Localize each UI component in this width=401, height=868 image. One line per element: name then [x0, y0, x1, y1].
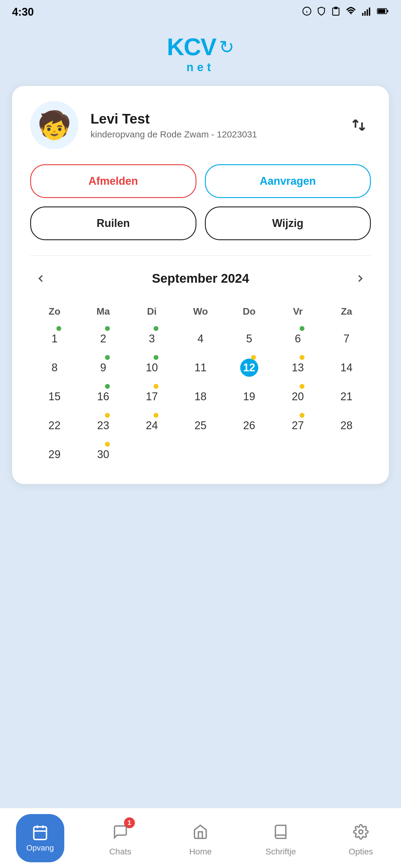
swap-button[interactable]	[347, 113, 371, 137]
calendar: September 2024 Zo Ma Di Wo Do Vr Za 1 2	[30, 268, 371, 469]
cal-day-12[interactable]: 12	[225, 353, 274, 382]
cal-day-17[interactable]: 17	[127, 382, 176, 411]
svg-rect-10	[378, 9, 385, 13]
divider	[30, 255, 371, 256]
bottom-nav: Opvang 1 Chats Home Schriftje	[0, 808, 401, 868]
status-icons	[302, 6, 389, 19]
profile-info: Levi Test kinderopvang de Rode Zwam - 12…	[90, 111, 335, 140]
calendar-header: September 2024	[30, 268, 371, 289]
cal-day-14[interactable]: 14	[322, 353, 371, 382]
nav-opvang[interactable]: Opvang	[0, 814, 80, 862]
battery-icon	[377, 6, 389, 18]
cal-day-22[interactable]: 22	[30, 411, 79, 440]
shield-icon	[316, 6, 326, 18]
calendar-next-button[interactable]	[350, 268, 371, 289]
cal-day-2[interactable]: 2	[79, 324, 127, 353]
afmelden-button[interactable]: Afmelden	[30, 164, 196, 198]
cal-day-25[interactable]: 25	[176, 411, 225, 440]
cal-day-empty-4	[274, 440, 322, 469]
cal-day-6[interactable]: 6	[274, 324, 322, 353]
avatar: 🧒	[30, 101, 79, 149]
calendar-grid: Zo Ma Di Wo Do Vr Za 1 2 3 4	[30, 301, 371, 469]
nav-schriftje-label: Schriftje	[265, 847, 296, 857]
calendar-title: September 2024	[152, 271, 249, 286]
day-header-do: Do	[225, 301, 274, 324]
cal-day-empty-3	[225, 440, 274, 469]
wifi-icon	[345, 6, 356, 19]
gear-icon	[353, 824, 369, 840]
cal-day-21[interactable]: 21	[322, 382, 371, 411]
calendar-prev-button[interactable]	[30, 268, 51, 289]
day-header-za: Za	[322, 301, 371, 324]
status-time: 4:30	[12, 6, 34, 19]
day-header-wo: Wo	[176, 301, 225, 324]
svg-point-16	[359, 830, 363, 834]
nav-opties[interactable]: Opties	[321, 820, 401, 857]
home-icon	[193, 824, 208, 840]
cal-day-26[interactable]: 26	[225, 411, 274, 440]
nav-home[interactable]: Home	[161, 820, 241, 857]
nav-chats-label: Chats	[109, 847, 131, 857]
logo: KCV ↻ net	[167, 33, 234, 74]
cal-day-23[interactable]: 23	[79, 411, 127, 440]
nav-schriftje[interactable]: Schriftje	[240, 820, 321, 857]
wijzig-button[interactable]: Wijzig	[205, 207, 371, 240]
cal-day-24[interactable]: 24	[127, 411, 176, 440]
cal-day-15[interactable]: 15	[30, 382, 79, 411]
signal-icon	[361, 6, 372, 19]
svg-rect-8	[369, 7, 371, 16]
cal-day-13[interactable]: 13	[274, 353, 322, 382]
aanvragen-button[interactable]: Aanvragen	[205, 164, 371, 198]
cal-day-empty-2	[176, 440, 225, 469]
cal-day-18[interactable]: 18	[176, 382, 225, 411]
cal-day-7[interactable]: 7	[322, 324, 371, 353]
svg-rect-12	[34, 827, 47, 839]
cal-day-5[interactable]: 5	[225, 324, 274, 353]
nav-opties-label: Opties	[349, 847, 373, 857]
cal-day-19[interactable]: 19	[225, 382, 274, 411]
nav-chats[interactable]: 1 Chats	[80, 820, 161, 857]
main-card: 🧒 Levi Test kinderopvang de Rode Zwam - …	[12, 86, 389, 484]
svg-rect-6	[365, 11, 366, 16]
info-icon	[302, 6, 312, 18]
nav-opvang-label: Opvang	[26, 843, 54, 852]
profile-section: 🧒 Levi Test kinderopvang de Rode Zwam - …	[30, 101, 371, 149]
cal-day-29[interactable]: 29	[30, 440, 79, 469]
day-header-di: Di	[127, 301, 176, 324]
ruilen-button[interactable]: Ruilen	[30, 207, 196, 240]
chats-badge: 1	[124, 817, 135, 828]
status-bar: 4:30	[0, 0, 401, 24]
action-buttons: Afmelden Aanvragen Ruilen Wijzig	[30, 164, 371, 240]
cal-day-16[interactable]: 16	[79, 382, 127, 411]
profile-name: Levi Test	[90, 111, 335, 127]
day-header-vr: Vr	[274, 301, 322, 324]
logo-area: KCV ↻ net	[0, 24, 401, 86]
cal-day-8[interactable]: 8	[30, 353, 79, 382]
cal-day-30[interactable]: 30	[79, 440, 127, 469]
cal-day-empty-5	[322, 440, 371, 469]
logo-kcv: KCV	[167, 33, 216, 61]
day-header-ma: Ma	[79, 301, 127, 324]
logo-refresh-icon: ↻	[219, 36, 234, 58]
svg-rect-5	[362, 13, 364, 16]
svg-rect-7	[367, 9, 368, 16]
cal-day-27[interactable]: 27	[274, 411, 322, 440]
nav-home-label: Home	[189, 847, 212, 857]
cal-day-1[interactable]: 1	[30, 324, 79, 353]
cal-day-4[interactable]: 4	[176, 324, 225, 353]
cal-day-11[interactable]: 11	[176, 353, 225, 382]
clipboard-icon	[331, 6, 341, 18]
cal-day-10[interactable]: 10	[127, 353, 176, 382]
cal-day-20[interactable]: 20	[274, 382, 322, 411]
profile-subtitle: kinderopvang de Rode Zwam - 12023031	[90, 129, 335, 140]
cal-day-empty-1	[127, 440, 176, 469]
cal-day-28[interactable]: 28	[322, 411, 371, 440]
cal-day-3[interactable]: 3	[127, 324, 176, 353]
calendar-icon	[32, 824, 49, 841]
cal-day-9[interactable]: 9	[79, 353, 127, 382]
logo-net: net	[167, 61, 234, 74]
notebook-icon	[273, 824, 288, 840]
day-header-zo: Zo	[30, 301, 79, 324]
svg-rect-11	[387, 10, 388, 12]
